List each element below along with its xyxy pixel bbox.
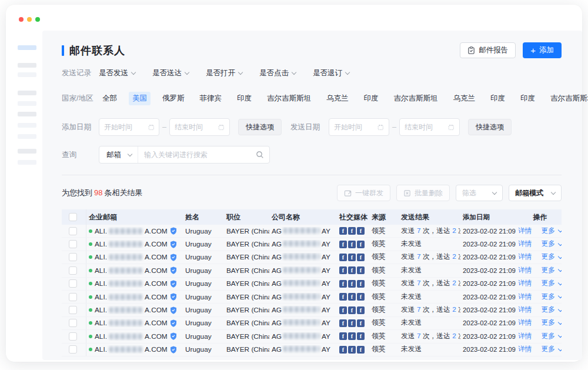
select-all-checkbox[interactable] <box>69 213 77 221</box>
mailbox-mode-select[interactable]: 邮箱模式 <box>509 185 562 201</box>
row-checkbox[interactable] <box>69 253 77 261</box>
send-status-dropdown[interactable]: 是否发送 <box>99 68 135 78</box>
send-date-quick-options-button[interactable]: 快捷选项 <box>468 119 512 135</box>
more-link[interactable]: 更多 <box>542 279 562 288</box>
country-option[interactable]: 吉尔吉斯斯坦 <box>547 92 588 105</box>
country-option[interactable]: 印度 <box>360 92 382 105</box>
bulk-delete-button[interactable]: 批量删除 <box>396 185 450 201</box>
add-button[interactable]: + 添加 <box>523 42 562 58</box>
facebook-icon[interactable]: f <box>348 306 356 314</box>
facebook-icon[interactable]: f <box>339 293 347 301</box>
facebook-icon[interactable]: f <box>357 293 365 301</box>
send-date-end-input[interactable] <box>399 118 460 136</box>
facebook-icon[interactable]: f <box>357 266 365 274</box>
send-status-dropdown[interactable]: 是否送达 <box>152 68 189 78</box>
country-option[interactable]: 乌克兰 <box>450 92 479 105</box>
facebook-icon[interactable]: f <box>357 306 365 314</box>
facebook-icon[interactable]: f <box>357 280 365 288</box>
more-link[interactable]: 更多 <box>542 305 562 315</box>
mail-report-button[interactable]: 邮件报告 <box>460 42 516 58</box>
country-option[interactable]: 俄罗斯 <box>159 92 188 105</box>
more-link[interactable]: 更多 <box>542 345 562 354</box>
country-option[interactable]: 印度 <box>487 92 509 105</box>
start-time-field[interactable] <box>334 123 375 131</box>
facebook-icon[interactable]: f <box>357 346 365 354</box>
facebook-icon[interactable]: f <box>348 266 356 274</box>
row-checkbox[interactable] <box>69 345 77 354</box>
row-checkbox[interactable] <box>69 279 77 288</box>
more-link[interactable]: 更多 <box>542 292 562 302</box>
detail-link[interactable]: 详情 <box>518 266 532 275</box>
facebook-icon[interactable]: f <box>339 332 347 340</box>
send-date-start-input[interactable] <box>329 118 389 136</box>
detail-link[interactable]: 详情 <box>518 239 532 249</box>
query-field-select[interactable]: 邮箱 <box>99 146 138 163</box>
detail-link[interactable]: 详情 <box>518 332 532 341</box>
keyword-search-input[interactable] <box>138 151 256 159</box>
detail-link[interactable]: 详情 <box>518 226 532 236</box>
facebook-icon[interactable]: f <box>348 319 356 327</box>
facebook-icon[interactable]: f <box>348 346 356 354</box>
search-icon[interactable] <box>256 151 264 159</box>
detail-link[interactable]: 详情 <box>518 292 532 302</box>
end-time-field[interactable] <box>405 123 445 131</box>
more-link[interactable]: 更多 <box>542 239 562 249</box>
add-date-start-input[interactable] <box>99 118 159 136</box>
country-option[interactable]: 菲律宾 <box>196 92 226 105</box>
detail-link[interactable]: 详情 <box>518 305 532 315</box>
facebook-icon[interactable]: f <box>339 346 347 354</box>
start-time-field[interactable] <box>104 123 145 131</box>
row-checkbox[interactable] <box>69 319 77 327</box>
facebook-icon[interactable]: f <box>348 241 356 248</box>
facebook-icon[interactable]: f <box>339 241 347 248</box>
country-option[interactable]: 全部 <box>99 92 121 105</box>
minimize-window-button[interactable] <box>27 17 32 22</box>
facebook-icon[interactable]: f <box>357 319 365 327</box>
facebook-icon[interactable]: f <box>357 241 365 248</box>
facebook-icon[interactable]: f <box>339 280 347 288</box>
facebook-icon[interactable]: f <box>348 280 356 288</box>
facebook-icon[interactable]: f <box>339 227 347 235</box>
facebook-icon[interactable]: f <box>339 254 347 261</box>
maximize-window-button[interactable] <box>35 17 40 22</box>
country-option[interactable]: 印度 <box>517 92 539 105</box>
facebook-icon[interactable]: f <box>357 332 365 340</box>
facebook-icon[interactable]: f <box>339 319 347 327</box>
bulk-send-button[interactable]: 一键群发 <box>337 185 390 201</box>
detail-link[interactable]: 详情 <box>518 279 532 288</box>
send-status-dropdown[interactable]: 是否打开 <box>206 68 242 78</box>
more-link[interactable]: 更多 <box>542 318 562 328</box>
row-checkbox[interactable] <box>69 266 77 275</box>
country-option[interactable]: 美国 <box>129 92 151 105</box>
more-link[interactable]: 更多 <box>542 332 562 341</box>
detail-link[interactable]: 详情 <box>518 318 532 328</box>
facebook-icon[interactable]: f <box>348 293 356 301</box>
country-option[interactable]: 吉尔吉斯斯坦 <box>390 92 442 105</box>
facebook-icon[interactable]: f <box>357 254 365 261</box>
more-link[interactable]: 更多 <box>542 252 562 262</box>
add-date-end-input[interactable] <box>169 118 230 136</box>
filter-select[interactable]: 筛选 <box>456 185 503 201</box>
row-checkbox[interactable] <box>69 306 77 314</box>
country-option[interactable]: 吉尔吉斯斯坦 <box>263 92 315 105</box>
row-checkbox[interactable] <box>69 227 77 235</box>
country-option[interactable]: 印度 <box>233 92 255 105</box>
facebook-icon[interactable]: f <box>348 254 356 261</box>
facebook-icon[interactable]: f <box>339 306 347 314</box>
facebook-icon[interactable]: f <box>348 332 356 340</box>
end-time-field[interactable] <box>175 123 215 131</box>
facebook-icon[interactable]: f <box>348 227 356 235</box>
facebook-icon[interactable]: f <box>339 266 347 274</box>
more-link[interactable]: 更多 <box>542 226 562 236</box>
row-checkbox[interactable] <box>69 293 77 301</box>
row-checkbox[interactable] <box>69 240 77 248</box>
close-window-button[interactable] <box>19 17 24 22</box>
detail-link[interactable]: 详情 <box>518 345 532 354</box>
send-status-dropdown[interactable]: 是否退订 <box>313 68 349 78</box>
facebook-icon[interactable]: f <box>357 227 365 235</box>
country-option[interactable]: 乌克兰 <box>323 92 352 105</box>
send-status-dropdown[interactable]: 是否点击 <box>259 68 296 78</box>
add-date-quick-options-button[interactable]: 快捷选项 <box>238 119 282 135</box>
detail-link[interactable]: 详情 <box>518 252 532 262</box>
row-checkbox[interactable] <box>69 332 77 341</box>
